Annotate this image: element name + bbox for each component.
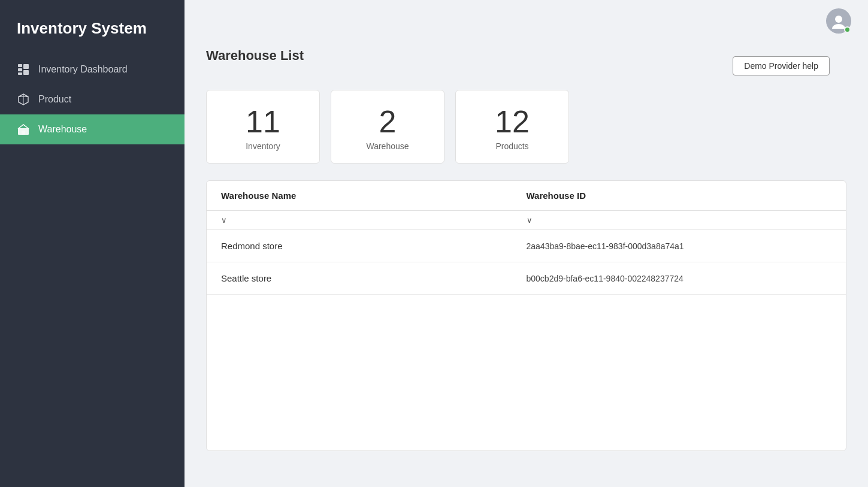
avatar-online-dot bbox=[844, 26, 851, 33]
warehouse-table: Warehouse Name Warehouse ID ∨ ∨ Redmond … bbox=[206, 180, 846, 451]
sort-chevron-id[interactable]: ∨ bbox=[527, 216, 832, 225]
sidebar-item-inventory-dashboard[interactable]: Inventory Dashboard bbox=[0, 55, 185, 84]
table-header: Warehouse Name Warehouse ID bbox=[207, 181, 846, 211]
warehouse-id-cell: b00cb2d9-bfa6-ec11-9840-002248237724 bbox=[527, 274, 832, 283]
table-empty-space bbox=[207, 295, 846, 450]
sidebar-item-label: Warehouse bbox=[38, 124, 87, 135]
svg-rect-2 bbox=[18, 72, 22, 75]
page-title: Warehouse List bbox=[206, 48, 304, 63]
table-row[interactable]: Redmond store 2aa43ba9-8bae-ec11-983f-00… bbox=[207, 230, 846, 262]
sidebar-nav: Inventory Dashboard Product Warehouse bbox=[0, 55, 185, 144]
sidebar-item-product[interactable]: Product bbox=[0, 84, 185, 114]
stats-row: 11 Inventory 2 Warehouse 12 Products bbox=[206, 90, 846, 164]
sidebar-item-label: Product bbox=[38, 94, 71, 105]
warehouse-icon bbox=[17, 123, 30, 136]
app-title: Inventory System bbox=[0, 0, 185, 55]
stat-number-inventory: 11 bbox=[246, 105, 280, 139]
stat-label-warehouse: Warehouse bbox=[366, 141, 409, 151]
svg-point-7 bbox=[835, 16, 842, 23]
table-row[interactable]: Seattle store b00cb2d9-bfa6-ec11-9840-00… bbox=[207, 262, 846, 295]
dashboard-icon bbox=[17, 63, 30, 76]
sort-chevron-name[interactable]: ∨ bbox=[221, 216, 527, 225]
topbar bbox=[185, 0, 868, 42]
warehouse-name-cell: Redmond store bbox=[221, 241, 527, 251]
svg-rect-4 bbox=[23, 70, 29, 75]
stat-card-warehouse: 2 Warehouse bbox=[331, 90, 444, 164]
warehouse-name-cell: Seattle store bbox=[221, 273, 527, 283]
col-header-name: Warehouse Name bbox=[221, 190, 527, 201]
stat-label-products: Products bbox=[495, 141, 528, 151]
sidebar-item-warehouse[interactable]: Warehouse bbox=[0, 114, 185, 144]
sidebar: Inventory System Inventory Dashboard bbox=[0, 0, 185, 487]
main-content: Warehouse List Demo Provider help 11 Inv… bbox=[185, 0, 868, 487]
user-avatar[interactable] bbox=[826, 8, 851, 34]
stat-number-products: 12 bbox=[495, 105, 530, 139]
col-header-id: Warehouse ID bbox=[527, 190, 832, 201]
product-icon bbox=[17, 93, 30, 106]
svg-rect-1 bbox=[18, 68, 22, 71]
warehouse-id-cell: 2aa43ba9-8bae-ec11-983f-000d3a8a74a1 bbox=[527, 241, 832, 251]
sidebar-item-label: Inventory Dashboard bbox=[38, 64, 128, 75]
svg-rect-6 bbox=[22, 131, 25, 135]
page-content: Warehouse List Demo Provider help 11 Inv… bbox=[185, 42, 868, 487]
help-button[interactable]: Demo Provider help bbox=[733, 56, 830, 75]
svg-rect-3 bbox=[23, 64, 29, 69]
svg-point-8 bbox=[832, 24, 845, 29]
table-sort-row: ∨ ∨ bbox=[207, 211, 846, 230]
stat-label-inventory: Inventory bbox=[246, 141, 280, 151]
stat-number-warehouse: 2 bbox=[379, 105, 397, 139]
stat-card-inventory: 11 Inventory bbox=[206, 90, 320, 164]
svg-rect-0 bbox=[18, 64, 22, 67]
stat-card-products: 12 Products bbox=[455, 90, 569, 164]
